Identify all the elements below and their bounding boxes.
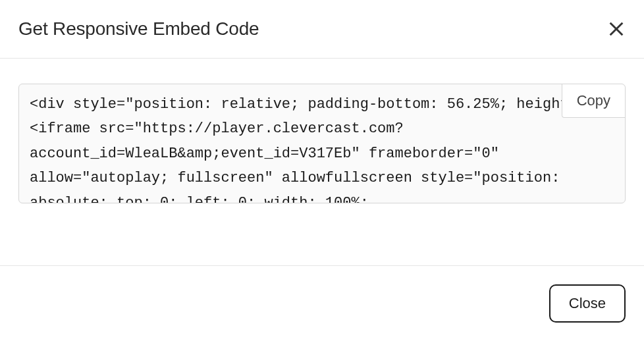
copy-button[interactable]: Copy: [562, 84, 625, 118]
modal-title: Get Responsive Embed Code: [18, 18, 259, 39]
modal-footer: Close: [0, 265, 644, 341]
embed-code-modal: Get Responsive Embed Code <div style="po…: [0, 0, 644, 341]
modal-body: <div style="position: relative; padding-…: [0, 59, 644, 265]
close-icon[interactable]: [607, 20, 626, 38]
code-block-container: <div style="position: relative; padding-…: [18, 84, 626, 203]
embed-code-text[interactable]: <div style="position: relative; padding-…: [19, 84, 625, 203]
modal-header: Get Responsive Embed Code: [0, 0, 644, 59]
close-button[interactable]: Close: [549, 284, 626, 323]
